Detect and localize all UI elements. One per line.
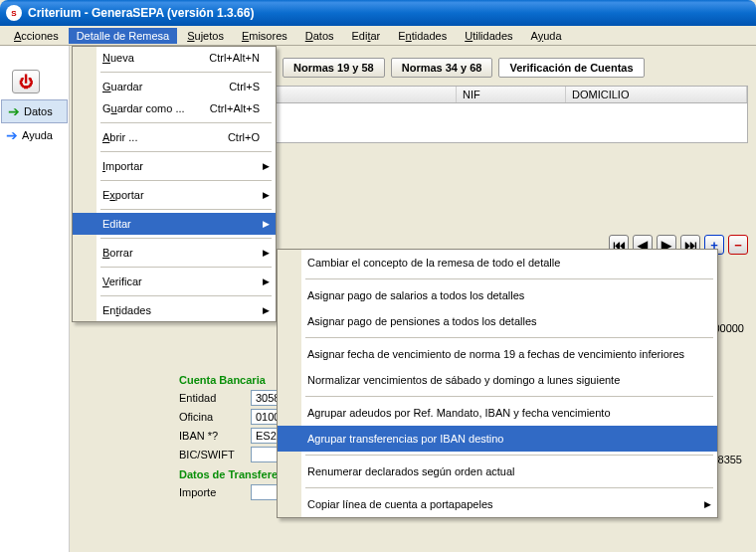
- menu-exportar[interactable]: Exportar▶: [73, 184, 276, 206]
- nav-datos-label: Datos: [24, 105, 53, 117]
- tab-normas-34-68[interactable]: Normas 34 y 68: [391, 58, 493, 78]
- chevron-right-icon: ▶: [263, 276, 270, 286]
- tab-normas-19-58[interactable]: Normas 19 y 58: [283, 58, 385, 78]
- chevron-right-icon: ▶: [263, 219, 270, 229]
- menu-guardar-como[interactable]: Guardar como ...Ctrl+Alt+S: [73, 97, 276, 119]
- submenu-agrupar-adeudos[interactable]: Agrupar adeudos por Ref. Mandato, IBAN y…: [278, 400, 717, 426]
- arrow-right-blue-icon: ➔: [6, 127, 18, 143]
- label-bic-swift: BIC/SWIFT: [179, 449, 251, 460]
- col-nif[interactable]: NIF: [457, 87, 566, 102]
- menu-sujetos[interactable]: Sujetos: [179, 28, 232, 44]
- left-nav-panel: ⏻ ➔ Datos ➔ Ayuda: [0, 46, 70, 552]
- submenu-normalizar-venc[interactable]: Normalizar vencimientos de sábado y domi…: [278, 367, 717, 393]
- nav-ayuda-label: Ayuda: [22, 129, 53, 141]
- menu-entidades-top[interactable]: Entidades: [390, 28, 455, 44]
- menu-datos[interactable]: Datos: [297, 28, 342, 44]
- menu-emisores[interactable]: Emisores: [234, 28, 295, 44]
- submenu-copiar-label: Copiar línea de cuenta a portapapeles: [307, 498, 493, 510]
- window-title: Criterium - GeneraSEPA (versión 1.3.66): [28, 6, 254, 20]
- chevron-right-icon: ▶: [263, 161, 270, 171]
- col-domicilio[interactable]: DOMICILIO: [566, 87, 747, 102]
- menu-guardar[interactable]: GuardarCtrl+S: [73, 76, 276, 97]
- submenu-agrupar-transferencias-iban[interactable]: Agrupar transferencias por IBAN destino: [278, 426, 717, 452]
- menu-nueva[interactable]: NuevaCtrl+Alt+N: [73, 47, 276, 69]
- tab-verificacion-cuentas[interactable]: Verificación de Cuentas: [498, 58, 644, 78]
- submenu-copiar-linea-cuenta[interactable]: Copiar línea de cuenta a portapapeles ▶: [278, 491, 717, 517]
- label-entidad: Entidad: [179, 392, 251, 404]
- label-iban: IBAN *?: [179, 430, 251, 442]
- chevron-right-icon: ▶: [704, 499, 711, 509]
- submenu-asignar-fecha-venc[interactable]: Asignar fecha de vencimiento de norma 19…: [278, 341, 717, 367]
- menu-detalle-de-remesa[interactable]: Detalle de Remesa: [69, 28, 178, 44]
- menu-editar-label: Editar: [102, 218, 131, 230]
- submenu-cambiar-concepto[interactable]: Cambiar el concepto de la remesa de todo…: [278, 250, 717, 276]
- chevron-right-icon: ▶: [263, 248, 270, 258]
- menu-importar[interactable]: Importar▶: [73, 155, 276, 177]
- pager-remove-button[interactable]: −: [728, 235, 748, 255]
- menu-entidades[interactable]: Entidades▶: [73, 299, 276, 321]
- menu-ayuda-top[interactable]: Ayuda: [523, 28, 570, 44]
- chevron-right-icon: ▶: [263, 305, 270, 315]
- menu-borrar[interactable]: Borrar▶: [73, 242, 276, 264]
- menu-acciones[interactable]: Acciones: [6, 28, 67, 44]
- power-icon[interactable]: ⏻: [12, 70, 40, 93]
- label-importe: Importe: [179, 486, 251, 498]
- chevron-right-icon: ▶: [263, 190, 270, 200]
- app-icon: S: [6, 5, 22, 21]
- menubar: Acciones Detalle de Remesa Sujetos Emiso…: [0, 26, 756, 46]
- menu-editar[interactable]: Editar▶: [73, 213, 276, 235]
- editar-submenu: Cambiar el concepto de la remesa de todo…: [277, 249, 718, 518]
- menu-editar-top[interactable]: Editar: [344, 28, 389, 44]
- menu-verificar[interactable]: Verificar▶: [73, 271, 276, 292]
- submenu-asignar-pensiones[interactable]: Asignar pago de pensiones a todos los de…: [278, 308, 717, 334]
- submenu-asignar-salarios[interactable]: Asignar pago de salarios a todos los det…: [278, 282, 717, 308]
- label-oficina: Oficina: [179, 411, 251, 423]
- window-titlebar: S Criterium - GeneraSEPA (versión 1.3.66…: [0, 0, 756, 26]
- nav-ayuda[interactable]: ➔ Ayuda: [0, 124, 69, 146]
- detalle-remesa-dropdown: NuevaCtrl+Alt+N GuardarCtrl+S Guardar co…: [72, 46, 277, 322]
- arrow-right-green-icon: ➔: [8, 103, 20, 119]
- menu-utilidades[interactable]: Utilidades: [457, 28, 520, 44]
- menu-abrir[interactable]: Abrir ...Ctrl+O: [73, 126, 276, 148]
- submenu-renumerar-declarados[interactable]: Renumerar declarados según orden actual: [278, 459, 717, 484]
- nav-datos[interactable]: ➔ Datos: [1, 99, 68, 123]
